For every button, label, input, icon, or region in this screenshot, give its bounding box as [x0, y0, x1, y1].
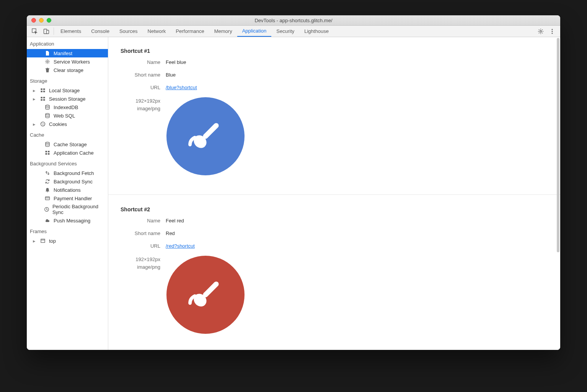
- shortcut-block: Shortcut #2NameFeel redShort nameRedURL/…: [121, 203, 548, 350]
- database-icon: [44, 141, 51, 147]
- tab-sources[interactable]: Sources: [114, 26, 143, 37]
- icon-meta: 192×192pximage/png: [121, 97, 166, 112]
- sidebar-item-label: Cache Storage: [54, 142, 87, 147]
- sidebar-item-periodic-background-sync[interactable]: Periodic Background Sync: [27, 203, 108, 216]
- sidebar-item-label: Periodic Background Sync: [52, 204, 105, 215]
- field-label: Name: [121, 59, 166, 65]
- inspect-icon[interactable]: [29, 26, 41, 37]
- svg-rect-33: [43, 99, 45, 101]
- field-value[interactable]: /red?shortcut: [166, 243, 195, 249]
- svg-rect-32: [41, 99, 43, 101]
- shortcut-heading: Shortcut #1: [121, 48, 548, 54]
- svg-rect-42: [46, 151, 47, 152]
- sidebar-item-label: Background Sync: [54, 179, 93, 185]
- svg-point-12: [552, 29, 553, 30]
- sidebar-item-label: Background Fetch: [54, 170, 94, 176]
- sidebar-item-background-fetch[interactable]: Background Fetch: [27, 169, 108, 177]
- svg-point-34: [46, 105, 49, 106]
- sync-icon: [44, 178, 51, 185]
- settings-icon[interactable]: [535, 26, 546, 37]
- sidebar-item-payment-handler[interactable]: Payment Handler: [27, 194, 108, 203]
- svg-line-23: [49, 60, 49, 60]
- sidebar-item-clear-storage[interactable]: Clear storage: [27, 66, 108, 74]
- sidebar-item-cache-storage[interactable]: Cache Storage: [27, 140, 108, 149]
- field-value: Blue: [166, 72, 176, 78]
- tab-application[interactable]: Application: [237, 26, 272, 37]
- tab-console[interactable]: Console: [86, 26, 114, 37]
- shortcut-block: Shortcut #1NameFeel blueShort nameBlueUR…: [121, 44, 548, 192]
- field-label: Short name: [121, 72, 166, 78]
- svg-rect-29: [43, 91, 45, 92]
- tab-memory[interactable]: Memory: [209, 26, 237, 37]
- sidebar-item-web-sql[interactable]: Web SQL: [27, 111, 108, 120]
- field-label: Name: [121, 218, 166, 224]
- gear-icon: [44, 59, 51, 65]
- sidebar-item-local-storage[interactable]: ▸Local Storage: [27, 86, 108, 95]
- sidebar-item-service-workers[interactable]: Service Workers: [27, 57, 108, 66]
- clock-icon: [44, 206, 49, 212]
- field-value: Red: [166, 230, 175, 236]
- tab-security[interactable]: Security: [271, 26, 299, 37]
- card-icon: [44, 195, 51, 201]
- sidebar-item-background-sync[interactable]: Background Sync: [27, 177, 108, 186]
- svg-point-37: [42, 123, 42, 124]
- sidebar-item-label: Local Storage: [49, 88, 80, 93]
- sidebar-item-label: Manifest: [54, 51, 72, 56]
- shortcut-url-link[interactable]: /blue?shortcut: [166, 85, 197, 90]
- cloud-icon: [44, 217, 51, 224]
- svg-point-14: [552, 33, 553, 34]
- sidebar-item-cookies[interactable]: ▸Cookies: [27, 120, 108, 128]
- svg-line-22: [46, 63, 46, 63]
- svg-line-8: [539, 29, 540, 30]
- svg-point-3: [540, 30, 541, 32]
- tab-lighthouse[interactable]: Lighthouse: [299, 26, 334, 37]
- tab-performance[interactable]: Performance: [171, 26, 209, 37]
- grid-icon: [40, 87, 46, 93]
- sidebar-item-indexeddb[interactable]: IndexedDB: [27, 103, 108, 111]
- svg-point-39: [42, 124, 43, 125]
- titlebar: DevTools - app-shortcuts.glitch.me/: [27, 15, 560, 26]
- svg-point-15: [47, 61, 48, 62]
- sidebar-item-label: Cookies: [49, 121, 67, 127]
- manifest-panel: Shortcut #1NameFeel blueShort nameBlueUR…: [108, 37, 560, 350]
- field-label: Short name: [121, 230, 166, 236]
- updown-icon: [44, 170, 51, 176]
- tab-network[interactable]: Network: [143, 26, 171, 37]
- bell-icon: [44, 187, 51, 193]
- scrollbar[interactable]: [557, 38, 559, 252]
- sidebar-group-title: Cache: [27, 128, 108, 140]
- sidebar-item-push-messaging[interactable]: Push Messaging: [27, 216, 108, 225]
- sidebar-item-label: Service Workers: [54, 59, 90, 65]
- sidebar-item-label: Push Messaging: [54, 218, 90, 224]
- sidebar-item-top[interactable]: ▸top: [27, 237, 108, 245]
- tab-elements[interactable]: Elements: [55, 26, 86, 37]
- chevron-right-icon: ▸: [31, 96, 37, 102]
- svg-rect-44: [46, 153, 47, 155]
- chevron-right-icon: ▸: [31, 121, 37, 127]
- svg-rect-31: [43, 97, 45, 98]
- sidebar-item-manifest[interactable]: Manifest: [27, 49, 108, 57]
- svg-line-11: [542, 29, 543, 30]
- more-icon[interactable]: [546, 26, 558, 37]
- svg-point-13: [552, 31, 553, 32]
- sidebar-item-label: Session Storage: [49, 96, 85, 102]
- sidebar-item-label: Clear storage: [54, 67, 83, 73]
- grid-icon: [40, 96, 46, 102]
- sidebar-item-notifications[interactable]: Notifications: [27, 186, 108, 194]
- shortcut-icon-blue: [166, 97, 245, 175]
- svg-line-21: [49, 63, 49, 63]
- svg-point-38: [43, 123, 44, 124]
- sidebar-item-session-storage[interactable]: ▸Session Storage: [27, 95, 108, 103]
- svg-line-9: [542, 33, 543, 33]
- svg-line-10: [539, 33, 540, 33]
- svg-point-36: [41, 122, 45, 126]
- field-value[interactable]: /blue?shortcut: [166, 85, 197, 90]
- icon-dimensions: 192×192px: [121, 256, 160, 263]
- shortcut-url-link[interactable]: /red?shortcut: [166, 243, 195, 249]
- shortcut-icon-red: [166, 256, 245, 334]
- sidebar-item-application-cache[interactable]: Application Cache: [27, 149, 108, 157]
- sidebar-group-title: Storage: [27, 74, 108, 86]
- device-icon[interactable]: [41, 26, 52, 37]
- svg-point-40: [44, 125, 44, 126]
- icon-dimensions: 192×192px: [121, 97, 160, 105]
